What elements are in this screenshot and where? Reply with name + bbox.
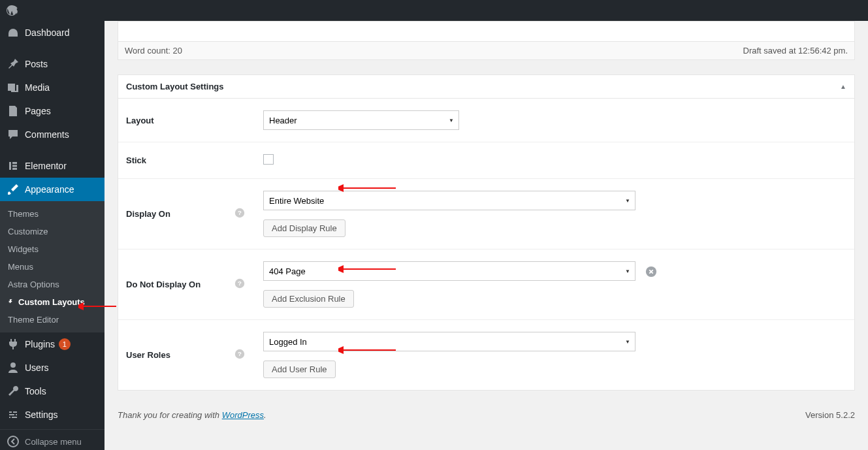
sidebar-item-users[interactable]: Users: [0, 356, 104, 379]
stick-label: Stick: [126, 155, 146, 165]
svg-point-0: [8, 436, 18, 447]
panel-title: Custom Layout Settings: [126, 82, 224, 91]
sidebar-item-plugins[interactable]: Plugins 1: [0, 332, 104, 356]
sidebar-item-elementor[interactable]: Elementor: [0, 154, 104, 178]
panel-toggle-icon[interactable]: ▲: [840, 83, 846, 90]
sidebar-label: Media: [25, 82, 50, 93]
admin-footer: Thank you for creating with WordPress. V…: [118, 410, 855, 420]
svg-text:?: ?: [238, 280, 242, 287]
sub-item-themes[interactable]: Themes: [0, 205, 104, 223]
sidebar-item-pages[interactable]: Pages: [0, 99, 104, 123]
add-display-rule-button[interactable]: Add Display Rule: [263, 219, 346, 237]
sidebar-label: Users: [25, 362, 49, 373]
settings-icon: [7, 408, 20, 421]
sidebar-label: Posts: [25, 59, 48, 69]
sidebar-label: Pages: [25, 106, 51, 116]
sub-item-customize[interactable]: Customize: [0, 223, 104, 240]
wordpress-link[interactable]: WordPress: [222, 410, 264, 420]
sidebar-item-dashboard[interactable]: Dashboard: [0, 21, 104, 44]
sidebar-item-tools[interactable]: Tools: [0, 379, 104, 403]
word-count: Word count: 20: [125, 46, 182, 56]
sidebar-item-settings[interactable]: Settings: [0, 403, 104, 426]
svg-text:?: ?: [238, 350, 242, 357]
user-icon: [7, 361, 20, 374]
plugins-update-badge: 1: [59, 338, 71, 350]
media-icon: [7, 81, 20, 94]
sidebar-label: Comments: [25, 129, 69, 140]
add-user-rule-button[interactable]: Add User Rule: [263, 361, 336, 378]
sidebar-item-media[interactable]: Media: [0, 76, 104, 99]
layout-label: Layout: [126, 116, 154, 125]
sub-item-menus[interactable]: Menus: [0, 258, 104, 276]
collapse-label: Collapse menu: [25, 437, 82, 447]
display-on-label: Display On: [126, 209, 170, 219]
wp-version: Version 5.2.2: [805, 410, 855, 420]
sidebar-label: Plugins: [25, 339, 55, 349]
user-roles-select[interactable]: Logged In: [263, 332, 635, 351]
admin-sidebar: Dashboard Posts Media Pages Comments Ele…: [0, 21, 104, 450]
sidebar-item-comments[interactable]: Comments: [0, 123, 104, 146]
sidebar-label: Elementor: [25, 161, 67, 171]
footer-thanks-pre: Thank you for creating with: [118, 410, 222, 420]
sidebar-label: Settings: [25, 410, 58, 420]
layout-select[interactable]: Header: [263, 110, 459, 130]
help-icon[interactable]: ?: [234, 278, 245, 291]
wordpress-logo-icon[interactable]: [5, 4, 18, 17]
comments-icon: [7, 128, 20, 141]
display-on-select[interactable]: Entire Website: [263, 191, 635, 210]
sub-item-custom-layouts[interactable]: Custom Layouts: [0, 293, 104, 311]
elementor-icon: [7, 159, 20, 172]
pages-icon: [7, 104, 20, 118]
wrench-icon: [7, 385, 20, 398]
sidebar-label: Appearance: [25, 184, 74, 195]
not-display-on-select[interactable]: 404 Page: [263, 261, 635, 281]
custom-layout-settings-panel: Custom Layout Settings ▲ Layout Header S…: [118, 74, 855, 391]
sub-item-widgets[interactable]: Widgets: [0, 240, 104, 258]
main-content: Word count: 20 Draft saved at 12:56:42 p…: [104, 21, 868, 450]
help-icon[interactable]: ?: [234, 208, 245, 220]
svg-text:?: ?: [238, 209, 242, 216]
add-exclusion-rule-button[interactable]: Add Exclusion Rule: [263, 290, 354, 308]
help-icon[interactable]: ?: [234, 349, 245, 361]
brush-icon: [7, 183, 20, 196]
admin-topbar: [0, 0, 868, 21]
sidebar-item-appearance[interactable]: Appearance: [0, 178, 104, 201]
collapse-menu-button[interactable]: Collapse menu: [0, 429, 104, 450]
remove-rule-icon[interactable]: [645, 265, 658, 278]
sidebar-item-posts[interactable]: Posts: [0, 52, 104, 76]
sidebar-label: Dashboard: [25, 27, 70, 38]
draft-status: Draft saved at 12:56:42 pm.: [743, 46, 848, 56]
pin-icon: [7, 57, 20, 71]
editor-panel: Word count: 20 Draft saved at 12:56:42 p…: [118, 21, 855, 60]
not-display-on-label: Do Not Display On: [126, 280, 201, 289]
collapse-icon: [7, 435, 20, 448]
sidebar-label: Tools: [25, 386, 46, 396]
sub-item-astra-options[interactable]: Astra Options: [0, 276, 104, 293]
sub-item-theme-editor[interactable]: Theme Editor: [0, 311, 104, 329]
plugin-icon: [7, 338, 20, 351]
dashboard-icon: [7, 26, 20, 39]
appearance-submenu: Themes Customize Widgets Menus Astra Opt…: [0, 201, 104, 332]
stick-checkbox[interactable]: [263, 154, 274, 165]
user-roles-label: User Roles: [126, 350, 170, 360]
